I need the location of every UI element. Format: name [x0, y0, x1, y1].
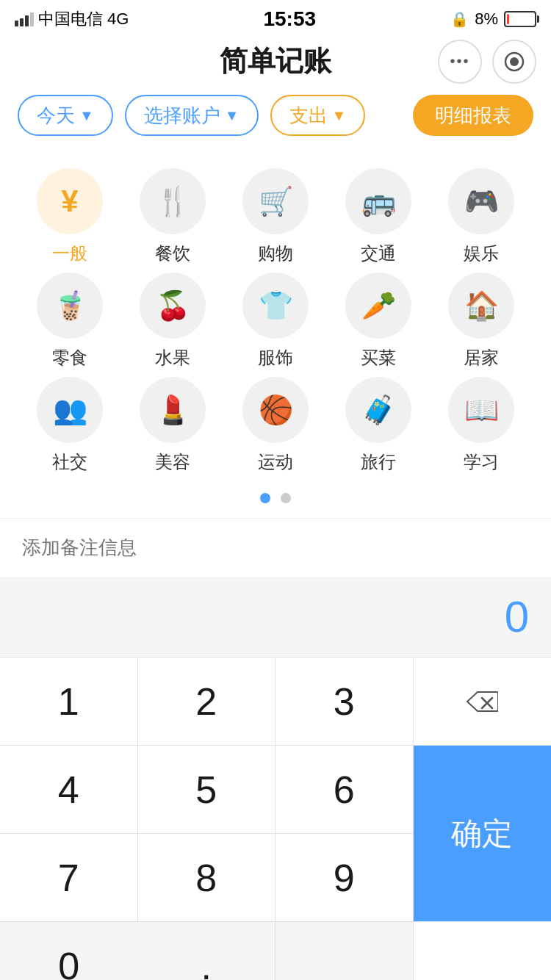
title-bar: 简单记账 •••	[0, 35, 551, 95]
carrier-label: 中国电信	[38, 8, 103, 30]
category-icon-general: ¥	[37, 168, 103, 234]
category-item-clothing[interactable]: 👕 服饰	[228, 273, 323, 370]
svg-point-1	[510, 57, 519, 66]
category-icon-transport: 🚌	[345, 168, 411, 234]
category-icon-dining: 🍴	[140, 168, 206, 234]
category-icon-clothing: 👕	[242, 273, 309, 339]
type-filter[interactable]: 支出 ▼	[270, 95, 366, 136]
key-2[interactable]: 2	[138, 657, 276, 746]
category-item-dining[interactable]: 🍴 餐饮	[125, 168, 220, 265]
category-icon-home: 🏠	[448, 273, 514, 339]
category-label-dining: 餐饮	[155, 242, 190, 265]
network-label: 4G	[107, 10, 129, 29]
dot-1[interactable]	[260, 493, 270, 503]
battery-percent: 8%	[475, 10, 498, 29]
category-icon-study: 📖	[448, 377, 514, 443]
category-label-study: 学习	[464, 450, 499, 474]
key-empty	[276, 922, 414, 980]
status-left: 中国电信 4G	[15, 8, 129, 30]
category-item-snack[interactable]: 🧋 零食	[22, 273, 118, 370]
key-1[interactable]: 1	[0, 657, 138, 746]
note-input[interactable]	[22, 536, 529, 559]
key-dot[interactable]: .	[138, 922, 276, 980]
key-confirm[interactable]: 确定	[414, 746, 552, 922]
time-label: 15:53	[263, 7, 316, 31]
category-label-clothing: 服饰	[258, 346, 293, 370]
key-4[interactable]: 4	[0, 746, 138, 834]
category-item-transport[interactable]: 🚌 交通	[331, 168, 426, 265]
category-label-travel: 旅行	[361, 450, 396, 474]
category-item-study[interactable]: 📖 学习	[433, 377, 529, 474]
category-label-social: 社交	[52, 450, 87, 474]
report-button[interactable]: 明细报表	[413, 95, 533, 136]
key-8[interactable]: 8	[138, 834, 276, 922]
amount-value: 0	[505, 592, 529, 641]
category-item-sports[interactable]: 🏀 运动	[228, 377, 323, 474]
category-label-transport: 交通	[361, 242, 396, 265]
category-item-home[interactable]: 🏠 居家	[433, 273, 529, 370]
category-label-sports: 运动	[258, 450, 293, 474]
category-label-snack: 零食	[52, 346, 87, 370]
account-filter[interactable]: 选择账户 ▼	[125, 95, 259, 136]
filter-row: 今天 ▼ 选择账户 ▼ 支出 ▼ 明细报表	[0, 95, 551, 154]
category-item-general[interactable]: ¥ 一般	[22, 168, 118, 265]
page-title: 简单记账	[220, 43, 331, 80]
category-label-home: 居家	[464, 346, 499, 370]
record-button[interactable]	[492, 40, 536, 84]
amount-display: 0	[0, 577, 551, 657]
key-delete[interactable]	[414, 657, 552, 746]
category-item-beauty[interactable]: 💄 美容	[125, 377, 220, 474]
category-label-general: 一般	[52, 242, 87, 265]
note-area[interactable]	[0, 518, 551, 577]
category-item-social[interactable]: 👥 社交	[22, 377, 118, 474]
category-label-shopping: 购物	[258, 242, 293, 265]
numpad: 1 2 3 4 5 6 确定 7 8 9 0 .	[0, 657, 551, 980]
category-label-entertainment: 娱乐	[464, 242, 499, 265]
lock-icon: 🔒	[450, 10, 469, 28]
dot-2[interactable]	[281, 493, 291, 503]
category-label-beauty: 美容	[155, 450, 190, 474]
key-7[interactable]: 7	[0, 834, 138, 922]
category-icon-shopping: 🛒	[242, 168, 309, 234]
battery-icon	[504, 11, 536, 27]
category-icon-travel: 🧳	[345, 377, 411, 443]
category-item-shopping[interactable]: 🛒 购物	[228, 168, 323, 265]
category-item-travel[interactable]: 🧳 旅行	[331, 377, 426, 474]
category-label-groceries: 买菜	[361, 346, 396, 370]
category-icon-fruit: 🍒	[140, 273, 206, 339]
signal-icon	[15, 12, 34, 26]
delete-icon	[466, 689, 498, 714]
account-arrow-icon: ▼	[225, 107, 240, 124]
key-6[interactable]: 6	[276, 746, 414, 834]
more-button[interactable]: •••	[438, 40, 482, 84]
category-icon-social: 👥	[37, 377, 103, 443]
category-grid: ¥ 一般 🍴 餐饮 🛒 购物 🚌 交通 🎮 娱乐 🧋 零食 🍒 水果	[0, 161, 551, 481]
category-icon-entertainment: 🎮	[448, 168, 514, 234]
type-arrow-icon: ▼	[332, 107, 347, 124]
title-actions: •••	[438, 40, 536, 84]
record-icon	[504, 51, 525, 72]
status-bar: 中国电信 4G 15:53 🔒 8%	[0, 0, 551, 35]
today-arrow-icon: ▼	[79, 107, 94, 124]
status-right: 🔒 8%	[450, 10, 536, 29]
category-label-fruit: 水果	[155, 346, 190, 370]
today-filter[interactable]: 今天 ▼	[18, 95, 113, 136]
key-0[interactable]: 0	[0, 922, 138, 980]
category-icon-groceries: 🥕	[345, 273, 411, 339]
key-5[interactable]: 5	[138, 746, 276, 834]
category-item-entertainment[interactable]: 🎮 娱乐	[433, 168, 529, 265]
category-section: ¥ 一般 🍴 餐饮 🛒 购物 🚌 交通 🎮 娱乐 🧋 零食 🍒 水果	[0, 154, 551, 481]
category-item-fruit[interactable]: 🍒 水果	[125, 273, 220, 370]
page-dots	[0, 481, 551, 518]
key-3[interactable]: 3	[276, 657, 414, 746]
category-icon-beauty: 💄	[140, 377, 206, 443]
category-item-groceries[interactable]: 🥕 买菜	[331, 273, 426, 370]
key-9[interactable]: 9	[276, 834, 414, 922]
category-icon-sports: 🏀	[242, 377, 309, 443]
category-icon-snack: 🧋	[37, 273, 103, 339]
